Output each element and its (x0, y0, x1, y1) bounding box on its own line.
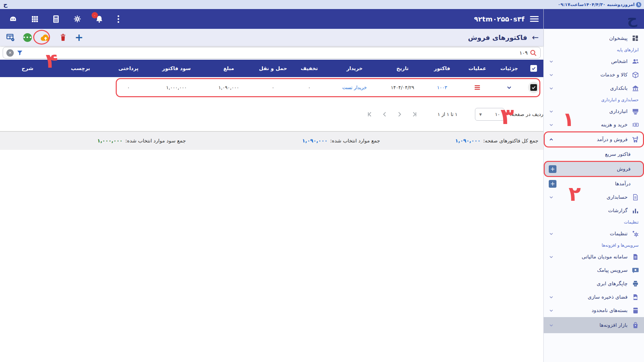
sidebar-item-label: پیشخوان (609, 35, 628, 41)
more-options-icon[interactable]: ••• (23, 33, 32, 42)
select-all-checkbox[interactable] (530, 65, 537, 72)
page-range: ۱ تا ۱ از ۱ (438, 112, 458, 117)
sidebar-item-label: بازار افزونه‌ها (599, 322, 628, 328)
chevron-down-icon (549, 195, 554, 200)
sidebar-item-label: سامانه مودیان مالیاتی (582, 254, 628, 260)
table-settings-icon[interactable] (6, 33, 15, 42)
sidebar-item[interactable]: بازار افزونه‌ها (544, 317, 644, 333)
row-checkbox[interactable] (530, 84, 537, 91)
storage-icon (632, 293, 639, 301)
column-header-details: جزئیات (494, 65, 524, 71)
add-button[interactable]: + (549, 180, 556, 188)
last-page-icon[interactable] (410, 110, 418, 118)
sidebar-item[interactable]: چاپگرهای ابری (544, 277, 644, 290)
kebab-menu-icon[interactable] (117, 15, 120, 23)
sidebar-item-label: خرید و هزینه (601, 122, 628, 128)
sidebar-item-label: فروش و درآمد (597, 136, 628, 142)
sms-icon (632, 266, 639, 274)
main-content: ۹۲tm۰۲۵۵۰s۳f ۰ (0, 9, 543, 362)
row-actions-menu-icon[interactable] (474, 85, 481, 90)
row-cell-shipping: ۰ (256, 85, 290, 90)
page-total-value: ۱,۰۹۰,۰۰۰ (455, 138, 480, 144)
cart-icon (632, 136, 639, 143)
sidebar-item[interactable]: پیشخوان (544, 32, 644, 45)
chevron-down-icon (549, 86, 554, 91)
sidebar-item[interactable]: خرید و هزینه (544, 118, 644, 131)
column-header-invoice: فاکتور (424, 65, 460, 71)
sidebar-item[interactable]: گزارشات (544, 204, 644, 217)
sidebar-item-label: فروش (617, 166, 631, 172)
chevron-down-icon (549, 109, 554, 114)
rows-per-page-label: ردیف در صفحه: (510, 111, 543, 117)
chevron-down-icon (549, 308, 554, 313)
chevron-down-icon (549, 122, 554, 127)
robot-icon[interactable] (9, 15, 17, 23)
sidebar-item[interactable]: سامانه مودیان مالیاتی (544, 250, 644, 263)
purchase-icon (632, 121, 639, 128)
bank-icon (632, 84, 639, 92)
sidebar-item[interactable]: فاکتور سریع (544, 147, 644, 161)
sidebar: ح پیشخوانابزارهای پایهاشخاصکالا و خدماتب… (543, 9, 644, 362)
first-page-icon[interactable] (366, 110, 374, 118)
people-icon (632, 58, 639, 65)
row-details-chevron-icon[interactable] (506, 84, 512, 90)
clock-icon (636, 2, 641, 7)
clear-icon[interactable]: ✕ (6, 49, 14, 57)
back-arrow-icon[interactable]: ← (532, 34, 539, 42)
sidebar-item[interactable]: کالا و خدمات (544, 68, 644, 81)
chevron-down-icon (549, 295, 554, 300)
sidebar-item[interactable]: فروش و درآمد (544, 131, 644, 147)
column-header-profit: سود فاکتور (151, 65, 202, 71)
prev-page-icon[interactable] (381, 110, 389, 118)
sidebar-item[interactable]: اشخاص (544, 55, 644, 68)
table-row[interactable]: ۱۰۰۳۱۴۰۴/۰۴/۲۹خریدار تست۰۰۱,۰۹۰,۰۰۰۱,۰۰۰… (0, 77, 543, 98)
row-cell-details (494, 84, 524, 90)
add-button[interactable]: + (549, 165, 556, 173)
row-cell-actions (460, 85, 494, 90)
sidebar-item[interactable]: بسته‌های نامحدود (544, 304, 644, 317)
cloud-upload-icon[interactable] (40, 33, 51, 42)
sidebar-item-label: اشخاص (611, 58, 628, 64)
search-strip: ۱۰۹ ✕ (0, 46, 543, 60)
chevron-up-icon (549, 137, 554, 142)
filter-icon[interactable] (16, 50, 23, 56)
row-cell-buyer[interactable]: خریدار تست (328, 85, 381, 90)
column-header-shipping: حمل و نقل (256, 65, 290, 71)
sidebar-item-label: کالا و خدمات (600, 72, 628, 78)
gear-icon[interactable] (73, 15, 82, 23)
calculator-icon[interactable] (52, 15, 60, 23)
sidebar-item[interactable]: تنظیمات (544, 227, 644, 240)
trash-icon[interactable] (59, 34, 67, 42)
sidebar-item-label: چاپگرهای ابری (597, 281, 628, 287)
sidebar-item-label: سرویس پیامک (597, 267, 628, 273)
column-header-date: تاریخ (381, 65, 424, 71)
package-icon (632, 307, 639, 314)
rows-per-page-value: ۱۰ (495, 112, 500, 117)
search-input[interactable]: ۱۰۹ ✕ (3, 47, 541, 59)
sidebar-item[interactable]: فروش+ (544, 161, 644, 177)
sidebar-item-label: انبارداری (609, 108, 628, 114)
row-cell-invoice[interactable]: ۱۰۰۳ (424, 85, 460, 90)
box-icon (632, 71, 639, 78)
bell-icon[interactable]: ۰ (95, 15, 104, 23)
sidebar-item[interactable]: حسابداری (544, 190, 644, 204)
sidebar-item-label: درآمدها (615, 181, 631, 187)
apps-grid-icon[interactable] (31, 15, 39, 23)
sidebar-nav: پیشخوانابزارهای پایهاشخاصکالا و خدماتبان… (544, 29, 644, 333)
sidebar-item[interactable]: سرویس پیامک (544, 263, 644, 277)
sidebar-item[interactable]: فضای ذخیره سازی (544, 290, 644, 304)
sidebar-item[interactable]: انبارداری (544, 105, 644, 118)
row-cell-date: ۱۴۰۴/۰۴/۲۹ (381, 85, 424, 90)
workspace-id: ۹۲tm۰۲۵۵۰s۳f (474, 15, 525, 23)
sidebar-item[interactable]: بانکداری (544, 81, 644, 95)
top-strip: امروزدوشنبه ۱۴۰۴/۴/۳۰ساعت۰۹:۱۷ ح (0, 0, 644, 9)
menu-toggle-icon[interactable] (530, 16, 539, 22)
rows-per-page-select[interactable]: ۱۰ ▼ (475, 108, 504, 121)
column-header-buyer: خریدار (328, 65, 381, 71)
selected-total-value: ۱,۰۹۰,۰۰۰ (302, 138, 327, 144)
add-icon[interactable]: + (75, 33, 83, 43)
sidebar-item[interactable]: درآمدها+ (544, 177, 644, 190)
search-value: ۱۰۹ (520, 50, 528, 56)
table-header: جزئیاتعملیاتفاکتورتاریخخریدارتخفیفحمل و … (0, 60, 543, 77)
next-page-icon[interactable] (395, 110, 404, 118)
